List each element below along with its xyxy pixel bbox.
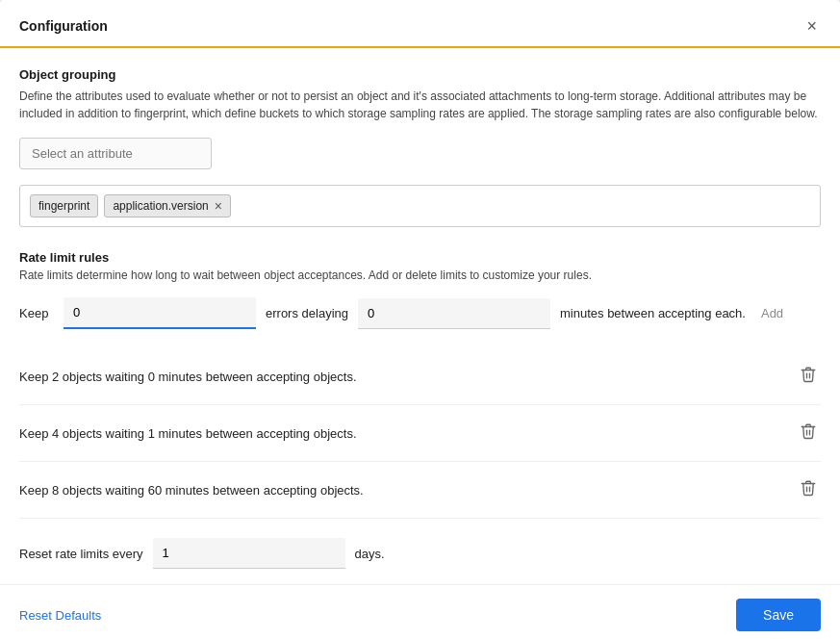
- dialog-title: Configuration: [19, 18, 108, 34]
- delete-icon-0: [800, 366, 817, 383]
- save-button[interactable]: Save: [736, 599, 821, 631]
- rate-limit-description: Rate limits determine how long to wait b…: [19, 268, 821, 282]
- reset-defaults-button[interactable]: Reset Defaults: [19, 608, 101, 623]
- minutes-label: minutes between accepting each.: [560, 306, 746, 320]
- tag-application-version: application.version ×: [104, 194, 231, 217]
- rate-limit-section: Rate limit rules Rate limits determine h…: [19, 250, 821, 569]
- configuration-dialog: Configuration × Object grouping Define t…: [0, 0, 840, 639]
- rule-row-2: Keep 8 objects waiting 60 minutes betwee…: [19, 462, 821, 519]
- rate-limit-title: Rate limit rules: [19, 250, 821, 265]
- add-button[interactable]: Add: [755, 302, 789, 324]
- tags-container: fingerprint application.version ×: [19, 185, 821, 227]
- tag-application-version-label: application.version: [113, 199, 208, 213]
- dialog-body: Object grouping Define the attributes us…: [0, 48, 840, 584]
- delete-icon-1: [800, 422, 817, 440]
- errors-delaying-label: errors delaying: [266, 306, 348, 320]
- select-attribute-input[interactable]: [19, 138, 212, 169]
- dialog-header: Configuration ×: [0, 0, 840, 48]
- object-grouping-title: Object grouping: [19, 67, 821, 82]
- tag-fingerprint: fingerprint: [30, 194, 98, 217]
- delete-rule-2-button[interactable]: [796, 475, 821, 504]
- keep-label: Keep: [19, 306, 54, 320]
- rule-row-1: Keep 4 objects waiting 1 minutes between…: [19, 405, 821, 462]
- rule-text-1: Keep 4 objects waiting 1 minutes between…: [19, 426, 357, 441]
- tag-application-version-remove[interactable]: ×: [215, 199, 222, 213]
- delete-icon-2: [800, 479, 817, 497]
- rule-row-0: Keep 2 objects waiting 0 minutes between…: [19, 348, 821, 405]
- days-label: days.: [355, 547, 385, 561]
- keep-input[interactable]: [64, 297, 256, 329]
- errors-input[interactable]: [358, 298, 550, 329]
- close-button[interactable]: ×: [802, 15, 821, 37]
- delete-rule-1-button[interactable]: [796, 419, 821, 447]
- delete-rule-0-button[interactable]: [796, 362, 821, 391]
- reset-label: Reset rate limits every: [19, 547, 143, 561]
- reset-row: Reset rate limits every days.: [19, 538, 821, 569]
- dialog-footer: Reset Defaults Save: [0, 584, 840, 639]
- tag-fingerprint-label: fingerprint: [38, 199, 89, 213]
- rule-text-0: Keep 2 objects waiting 0 minutes between…: [19, 370, 357, 384]
- rate-input-row: Keep errors delaying minutes between acc…: [19, 297, 821, 329]
- rule-text-2: Keep 8 objects waiting 60 minutes betwee…: [19, 483, 364, 498]
- days-input[interactable]: [153, 538, 345, 569]
- object-grouping-description: Define the attributes used to evaluate w…: [19, 88, 821, 122]
- object-grouping-section: Object grouping Define the attributes us…: [19, 67, 821, 227]
